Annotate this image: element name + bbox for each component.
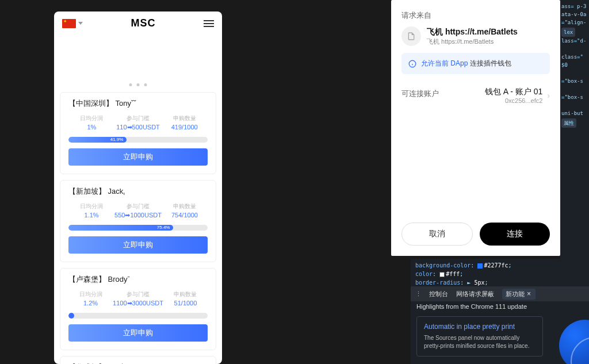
card-title: 【中国深圳】 Tonyˇ˘ [68,98,208,109]
stat-value: 110➡500USDT [115,124,162,131]
color-swatch-icon[interactable] [439,272,445,277]
stats-row: 日均分润1.1%参与门槛550➡1000USDT申购数量754/1000 [68,202,208,219]
tab-network-block[interactable]: 网络请求屏蔽 [456,290,494,298]
stat-col: 申购数量51/1000 [163,290,208,307]
stat-col: 申购数量754/1000 [162,202,208,219]
code-fragment: ="box-s [561,77,589,85]
product-list: 【中国深圳】 Tonyˇ˘日均分润1%参与门槛110➡500USDT申购数量41… [54,92,222,364]
info-icon [408,60,416,68]
dapp-subtitle: 飞机 https://t.me/Batlets [427,37,550,46]
whats-new-header: Highlights from the Chrome 111 update [411,301,589,314]
stat-value: 419/1000 [161,124,208,131]
stat-label: 日均分润 [68,202,114,210]
kebab-icon[interactable]: ⋮ [415,290,421,298]
apply-button[interactable]: 立即申购 [68,324,208,342]
stat-col: 参与门槛1100➡3000USDT [113,290,163,307]
chevron-right-icon: › [547,91,550,100]
card-title: 【卢森堡】 Brodyˉ [68,274,208,285]
dapp-identity: 飞机 https://t.me/Batlets 飞机 https://t.me/… [401,26,550,46]
code-fragment: ass= p-3 [561,2,589,10]
info-text-dapp: DApp [450,59,469,67]
stat-label: 参与门槛 [113,290,163,298]
info-banner: 允许当前 DApp 连接插件钱包 [401,53,550,74]
progress-fill: 41.9% [68,137,127,143]
product-card: 【卢森堡】 Brodyˉ日均分润1.2%参与门槛1100➡3000USDT申购数… [60,268,216,350]
account-address: 0xc256...efc2 [485,97,542,104]
devtools-drawer-tabs: ⋮ 控制台 网络请求屏蔽 新功能 × [411,286,589,301]
stats-row: 日均分润1%参与门槛110➡500USDT申购数量419/1000 [68,114,208,131]
account-label: 可连接账户 [401,89,439,99]
progress-fill [68,313,74,319]
whats-new-card[interactable]: Automatic in place pretty print The Sour… [416,316,543,357]
phone-header: MSC [54,12,222,35]
stat-label: 日均分润 [68,290,113,298]
stat-label: 申购数量 [163,290,208,298]
code-fragment: 属性 [561,118,576,128]
stat-label: 参与门槛 [114,202,162,210]
stat-value: 1100➡3000USDT [113,300,163,307]
code-fragment: lex [561,28,575,37]
wallet-connect-dialog: 请求来自 飞机 https://t.me/Batlets 飞机 https://… [391,0,560,256]
code-fragment: lass="d- [561,37,589,45]
whats-new-body: The Sources panel now automatically pret… [424,334,536,350]
stat-value: 1% [68,124,115,131]
stat-value: 1.2% [68,300,113,306]
progress-bar: 41.9% [68,137,208,143]
devtools-styles-panel[interactable]: background-color: #2277fc;color: #fff;bo… [411,259,589,289]
css-declaration[interactable]: border-radius: ► 5px; [415,278,584,287]
code-fragment: class=" [561,53,589,61]
stat-label: 申购数量 [161,114,208,122]
account-name: 钱包 A - 账户 01 [485,87,542,97]
request-from-label: 请求来自 [401,10,550,21]
apply-button[interactable]: 立即申购 [68,236,208,254]
css-declaration[interactable]: color: #fff; [415,270,584,278]
product-card: 【中国深圳】 Tonyˇ˘日均分润1%参与门槛110➡500USDT申购数量41… [60,92,216,174]
document-icon [401,26,421,46]
chevron-down-icon [78,22,83,25]
stat-col: 参与门槛550➡1000USDT [114,202,162,219]
apply-button[interactable]: 立即申购 [68,148,208,166]
stat-col: 日均分润1.1% [68,202,114,219]
code-fragment: $0 [561,61,589,69]
code-fragment: uni-but [561,109,589,117]
stat-label: 申购数量 [162,202,208,210]
stat-col: 申购数量419/1000 [161,114,208,131]
info-text-suffix: 连接插件钱包 [470,59,511,67]
stat-value: 1.1% [68,212,114,219]
stat-col: 日均分润1.2% [68,290,113,307]
stat-col: 参与门槛110➡500USDT [115,114,162,131]
stat-label: 参与门槛 [115,114,162,122]
product-card: 【新加坡】 Jackˌ日均分润1.1%参与门槛550➡1000USDT申购数量7… [60,180,216,262]
stat-value: 51/1000 [163,300,208,306]
carousel-dots [129,83,147,86]
app-logo: MSC [131,17,156,29]
menu-button[interactable] [204,20,214,27]
stat-col: 日均分润1% [68,114,115,131]
language-selector[interactable] [62,19,83,28]
css-declaration[interactable]: background-color: #2277fc; [415,261,584,270]
code-fragment: ata-v-0a [561,10,589,18]
tab-console[interactable]: 控制台 [429,290,448,298]
stat-value: 550➡1000USDT [114,212,162,219]
phone-mockup: MSC 【中国深圳】 Tonyˇ˘日均分润1%参与门槛110➡500USDT申购… [54,12,222,364]
progress-bar [68,313,208,319]
cn-flag-icon [62,19,76,28]
info-text-prefix: 允许当前 [421,59,450,67]
code-fragment: ="box-s [561,93,589,101]
connect-button[interactable]: 连接 [480,223,550,246]
close-icon[interactable]: × [527,290,531,298]
progress-bar: 75.4% [68,225,208,231]
banner-carousel[interactable] [54,35,222,92]
color-swatch-icon[interactable] [477,263,483,269]
card-title: 【新加坡】 Jackˌ [68,186,208,197]
progress-fill: 75.4% [68,225,173,231]
account-selector[interactable]: 可连接账户 钱包 A - 账户 01 0xc256...efc2 › [401,85,550,104]
stats-row: 日均分润1.2%参与门槛1100➡3000USDT申购数量51/1000 [68,290,208,307]
whats-new-title: Automatic in place pretty print [424,323,536,331]
cancel-button[interactable]: 取消 [401,223,473,246]
dapp-title: 飞机 https://t.me/Batlets [427,27,550,37]
stat-label: 日均分润 [68,114,115,122]
tab-whats-new[interactable]: 新功能 × [502,289,536,300]
code-fragment: ="align- [561,18,589,26]
product-card: 【华盛顿】 Jimˊ [60,356,216,364]
